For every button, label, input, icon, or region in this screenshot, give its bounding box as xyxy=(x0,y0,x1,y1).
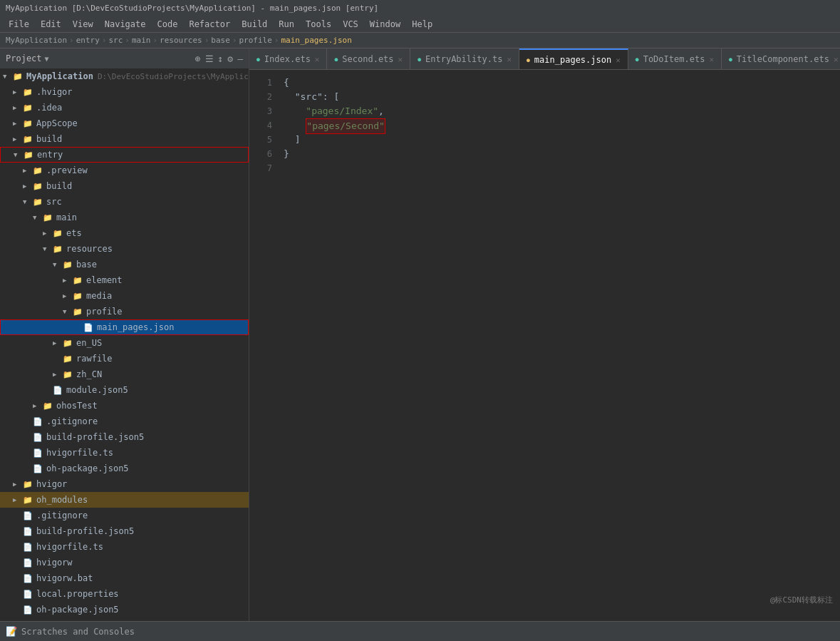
tree-item-appscope[interactable]: ▶📁AppScope xyxy=(0,116,249,131)
tree-item-module_json[interactable]: 📄module.json5 xyxy=(0,382,249,398)
tree-label-resources: resources xyxy=(66,244,113,254)
tree-item-hvigor[interactable]: ▶📁.hvigor xyxy=(0,84,249,100)
menu-run[interactable]: Run xyxy=(273,18,300,31)
tab-icon-todoitem_ets: ● xyxy=(636,56,639,63)
breadcrumb-entry[interactable]: entry xyxy=(76,36,100,45)
tree-item-main[interactable]: ▼📁main xyxy=(0,210,249,225)
tree-folder-icon-main_pages: 📄 xyxy=(83,323,95,332)
tree-item-hvigorfile2[interactable]: 📄hvigorfile.ts xyxy=(0,539,249,555)
tree-label-module_json: module.json5 xyxy=(66,385,128,395)
tree-item-build_profile[interactable]: 📄build-profile.json5 xyxy=(0,429,249,445)
tree-item-oh_package2[interactable]: 📄oh-package.json5 xyxy=(0,602,249,617)
code-line-5: ] xyxy=(284,133,840,147)
tab-close-index_ets[interactable]: ✕ xyxy=(315,55,320,64)
menu-build[interactable]: Build xyxy=(236,18,273,31)
tree-item-entry[interactable]: ▼📁entry xyxy=(0,147,249,163)
sidebar-settings-icon[interactable]: ⚙ xyxy=(227,53,233,64)
sidebar-hide-icon[interactable]: — xyxy=(237,53,243,64)
tree-item-idea[interactable]: ▶📁.idea xyxy=(0,100,249,116)
tree-item-element[interactable]: ▶📁element xyxy=(0,272,249,288)
tree-item-oh_package[interactable]: 📄oh-package.json5 xyxy=(0,461,249,476)
tree-label-main: main xyxy=(56,212,77,222)
tree-item-hvigor2[interactable]: ▶📁hvigor xyxy=(0,476,249,492)
breadcrumb-profile[interactable]: profile xyxy=(239,36,271,45)
tree-folder-icon-src: 📁 xyxy=(33,198,44,207)
menu-navigate[interactable]: Navigate xyxy=(99,18,152,31)
project-dropdown-arrow[interactable]: ▼ xyxy=(45,55,49,63)
tree-item-base[interactable]: ▼📁base xyxy=(0,257,249,272)
tree-item-build2[interactable]: ▶📁build xyxy=(0,178,249,194)
menu-view[interactable]: View xyxy=(67,18,99,31)
tree-item-preview[interactable]: ▶📁.preview xyxy=(0,163,249,178)
tree-folder-icon-entry: 📁 xyxy=(24,150,35,160)
breadcrumb-myapp[interactable]: MyApplication xyxy=(6,36,67,45)
scratches-bar[interactable]: 📝 Scratches and Consoles xyxy=(0,621,840,641)
breadcrumb-file[interactable]: main_pages.json xyxy=(281,36,351,45)
tree-item-main_pages[interactable]: 📄main_pages.json xyxy=(0,319,249,335)
code-line-2: "src": [ xyxy=(284,90,840,104)
tab-titlecomponent_ets[interactable]: ●TitleComponent.ets✕ xyxy=(722,48,840,70)
breadcrumb-base[interactable]: base xyxy=(211,36,230,45)
tab-close-second_ets[interactable]: ✕ xyxy=(398,55,403,64)
tree-item-hvigorfile_ts[interactable]: 📄hvigorfile.ts xyxy=(0,445,249,461)
breadcrumb: MyApplication › entry › src › main › res… xyxy=(0,33,840,48)
sidebar-expand-icon[interactable]: ☰ xyxy=(205,53,214,64)
tree-label-build_profile2: build-profile.json5 xyxy=(36,526,134,536)
tab-entryability_ts[interactable]: ●EntryAbility.ts✕ xyxy=(410,48,519,70)
menu-window[interactable]: Window xyxy=(364,18,406,31)
tab-main_pages_json[interactable]: ●main_pages.json✕ xyxy=(519,48,628,70)
tree-item-hvigorw[interactable]: 📄hvigorw xyxy=(0,555,249,570)
tree-arrow-build: ▶ xyxy=(13,135,23,143)
tree-folder-icon-local_prop: 📄 xyxy=(23,590,34,599)
tab-close-main_pages_json[interactable]: ✕ xyxy=(616,56,621,65)
tab-index_ets[interactable]: ●Index.ets✕ xyxy=(249,48,327,70)
tree-item-media[interactable]: ▶📁media xyxy=(0,288,249,304)
tree-label-hvigorw_bat: hvigorw.bat xyxy=(36,573,93,583)
breadcrumb-main[interactable]: main xyxy=(132,36,151,45)
tree-item-en_US[interactable]: ▶📁en_US xyxy=(0,335,249,351)
tree-folder-icon-main: 📁 xyxy=(43,213,54,222)
tree-folder-icon-ets: 📁 xyxy=(53,229,64,238)
menu-code[interactable]: Code xyxy=(152,18,184,31)
tree-item-profile[interactable]: ▼📁profile xyxy=(0,304,249,319)
tree-item-oh_modules[interactable]: ▶📁oh_modules xyxy=(0,492,249,508)
tree-item-resources[interactable]: ▼📁resources xyxy=(0,241,249,257)
breadcrumb-src[interactable]: src xyxy=(108,36,123,45)
sidebar-tree[interactable]: ▼📁MyApplicationD:\DevEcoStudioProjects\M… xyxy=(0,68,249,621)
tree-item-src[interactable]: ▼📁src xyxy=(0,194,249,210)
sidebar-locate-icon[interactable]: ⊕ xyxy=(195,53,201,64)
tree-item-zh_CN[interactable]: ▶📁zh_CN xyxy=(0,366,249,382)
menu-help[interactable]: Help xyxy=(406,18,438,31)
menu-vcs[interactable]: VCS xyxy=(337,18,364,31)
tree-item-ets[interactable]: ▶📁ets xyxy=(0,225,249,241)
tree-arrow-hvigor2: ▶ xyxy=(13,481,23,488)
tab-close-entryability_ts[interactable]: ✕ xyxy=(507,55,512,64)
tree-label-build_profile: build-profile.json5 xyxy=(46,432,144,442)
tab-todoitem_ets[interactable]: ●ToDoItem.ets✕ xyxy=(628,48,722,70)
project-panel-title: Project xyxy=(6,53,42,63)
tree-item-myapp[interactable]: ▼📁MyApplicationD:\DevEcoStudioProjects\M… xyxy=(0,68,249,84)
breadcrumb-resources[interactable]: resources xyxy=(160,36,202,45)
tree-item-build[interactable]: ▶📁build xyxy=(0,131,249,147)
tree-item-local_prop[interactable]: 📄local.properties xyxy=(0,586,249,602)
menu-refactor[interactable]: Refactor xyxy=(183,18,236,31)
tree-item-ohostest[interactable]: ▶📁ohosTest xyxy=(0,398,249,414)
tree-item-gitignore2[interactable]: 📄.gitignore xyxy=(0,508,249,523)
tree-item-gitignore[interactable]: 📄.gitignore xyxy=(0,414,249,429)
menu-tools[interactable]: Tools xyxy=(300,18,337,31)
tree-label-entry: entry xyxy=(37,150,63,160)
tree-item-build_profile2[interactable]: 📄build-profile.json5 xyxy=(0,523,249,539)
tree-folder-icon-appscope: 📁 xyxy=(23,119,34,128)
tab-label-entryability_ts: EntryAbility.ts xyxy=(425,54,502,64)
tab-close-todoitem_ets[interactable]: ✕ xyxy=(709,55,714,64)
tree-arrow-preview: ▶ xyxy=(23,167,33,174)
tree-item-hvigorw_bat[interactable]: 📄hvigorw.bat xyxy=(0,570,249,586)
tree-item-rawfile[interactable]: 📁rawfile xyxy=(0,351,249,366)
tab-close-titlecomponent_ets[interactable]: ✕ xyxy=(834,55,839,64)
menu-edit[interactable]: Edit xyxy=(35,18,67,31)
sidebar-collapse-icon[interactable]: ↕ xyxy=(218,53,224,64)
tab-second_ets[interactable]: ●Second.ets✕ xyxy=(327,48,410,70)
code-content[interactable]: { "src": [ "pages/Index", "pages/Second"… xyxy=(278,70,840,621)
menu-file[interactable]: File xyxy=(3,18,35,31)
tree-folder-icon-build_profile2: 📄 xyxy=(23,527,34,536)
